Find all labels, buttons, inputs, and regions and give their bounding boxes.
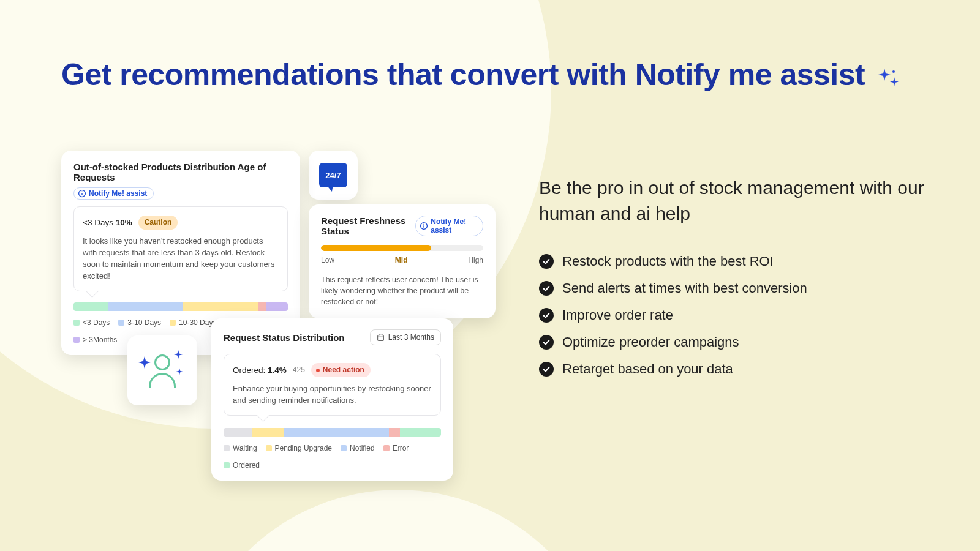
support-badge-card: 24/7 [309,151,358,200]
need-action-badge: Need action [311,363,371,377]
card-title: Out-of-stocked Products Distribution Age… [74,162,288,182]
card-title: Request Freshness Status [321,216,415,236]
check-icon [539,308,554,323]
freshness-card: Request Freshness Status Notify Me! assi… [309,204,496,318]
gauge-labels: Low Mid High [321,256,483,264]
page-headline: Get recommendations that convert with No… [61,56,900,93]
date-range-pill[interactable]: Last 3 Months [370,329,441,345]
sparkle-icon [876,58,900,94]
legend-item: 3-10 Days [118,318,161,327]
feature-item: Optimize preorder campaigns [539,334,931,350]
svg-point-6 [424,224,424,225]
legend-item: <3 Days [74,318,110,327]
feature-list: Restock products with the best ROISend a… [539,253,931,377]
svg-point-0 [892,70,895,73]
assist-pill[interactable]: Notify Me! assist [415,216,483,236]
status-legend: WaitingPending UpgradeNotifiedErrorOrder… [224,444,441,470]
person-sparkle-icon [138,346,187,395]
card-title: Request Status Distribution [224,332,345,343]
caution-badge: Caution [138,216,178,230]
legend-item: 10-30 Days [170,318,216,327]
insight-tooltip: Ordered: 1.4% 425 Need action Enhance yo… [224,354,441,416]
chat-bubble-icon: 24/7 [319,163,347,187]
insight-tooltip: <3 Days 10% Caution It looks like you ha… [74,206,288,291]
legend-item: Notified [341,444,375,452]
avatar-card [127,335,197,405]
check-icon [539,281,554,296]
check-icon [539,254,554,269]
svg-rect-7 [377,335,383,340]
status-distribution-card: Request Status Distribution Last 3 Month… [211,318,453,481]
freshness-gauge [321,245,483,251]
feature-item: Send alerts at times with best conversio… [539,280,931,296]
feature-item: Improve order rate [539,307,931,323]
legend-item: > 3Months [74,335,117,344]
status-segmented-bar [224,428,441,437]
legend-item: Ordered [224,461,260,470]
subheading: Be the pro in out of stock management wi… [539,175,931,227]
info-icon [78,189,86,198]
check-icon [539,362,554,377]
feature-item: Restock products with the best ROI [539,253,931,269]
calendar-icon [377,334,385,342]
svg-point-3 [81,192,82,192]
check-icon [539,335,554,350]
info-icon [420,222,428,230]
assist-pill[interactable]: Notify Me! assist [74,187,154,200]
feature-item: Retarget based on your data [539,361,931,377]
legend-item: Waiting [224,444,257,452]
age-segmented-bar [74,302,288,311]
legend-item: Error [383,444,409,452]
legend-item: Pending Upgrade [266,444,332,452]
